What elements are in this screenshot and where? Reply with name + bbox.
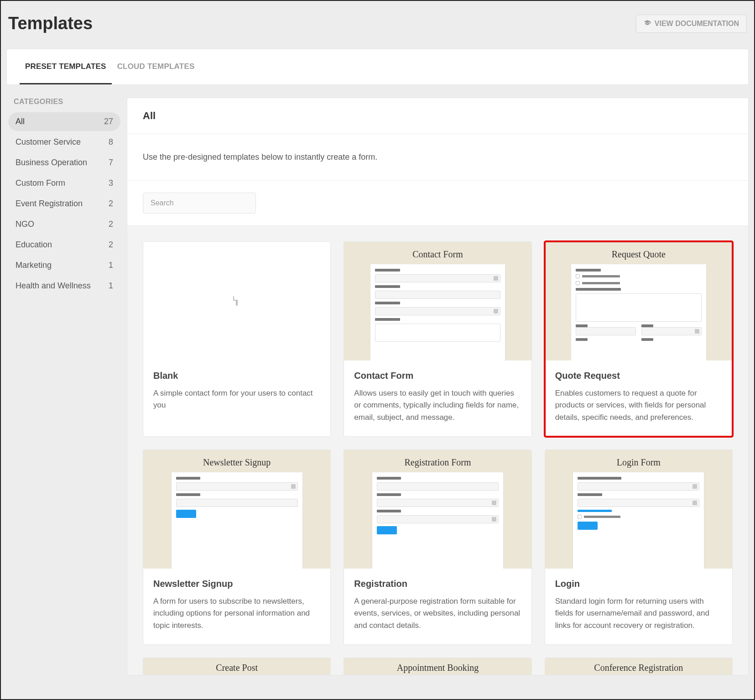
thumb-title: Request Quote [612, 249, 666, 260]
category-label: Marketing [16, 261, 52, 270]
template-thumb: Registration Form [344, 450, 531, 569]
page-header: Templates VIEW DOCUMENTATION [6, 7, 749, 49]
thumb-title: Contact Form [412, 249, 463, 260]
form-mock [573, 472, 704, 569]
category-label: Customer Service [16, 137, 81, 147]
template-thumb: Login Form [545, 450, 732, 569]
categories-heading: CATEGORIES [8, 98, 120, 106]
page-title: Templates [8, 14, 93, 33]
category-count: 7 [109, 158, 113, 167]
template-grid-area: Blank A simple contact form for your use… [127, 226, 748, 675]
card-title: Newsletter Signup [153, 579, 320, 589]
card-desc: A general-purpose registration form suit… [354, 596, 521, 632]
card-desc: Allows users to easily get in touch with… [354, 387, 521, 423]
card-title: Blank [153, 371, 320, 381]
card-body: Newsletter Signup A form for users to su… [143, 569, 330, 644]
card-title: Quote Request [555, 371, 722, 381]
tab-cloud-templates[interactable]: CLOUD TEMPLATES [112, 49, 200, 84]
card-body: Contact Form Allows users to easily get … [344, 360, 531, 436]
category-label: Education [16, 240, 52, 250]
template-card-login[interactable]: Login Form Login Standard login [545, 449, 733, 645]
thumb-title: Registration Form [404, 457, 471, 468]
category-count: 2 [109, 240, 113, 250]
tabs: PRESET TEMPLATES CLOUD TEMPLATES [7, 49, 748, 84]
form-mock [571, 264, 706, 360]
template-card-blank[interactable]: Blank A simple contact form for your use… [143, 241, 331, 437]
template-card-contact-form[interactable]: Contact Form Contact Form Allows users t… [344, 241, 531, 437]
document-icon [236, 297, 238, 305]
form-mock [372, 472, 503, 569]
template-thumb: Create Post [143, 658, 330, 675]
main-heading: All [127, 98, 748, 134]
category-label: All [16, 117, 25, 126]
tab-preset-templates[interactable]: PRESET TEMPLATES [20, 49, 112, 84]
thumb-title: Login Form [617, 457, 661, 468]
card-body: Login Standard login form for returning … [545, 569, 732, 644]
template-grid: Blank A simple contact form for your use… [143, 241, 733, 675]
card-body: Registration A general-purpose registrat… [344, 569, 531, 644]
category-marketing[interactable]: Marketing1 [8, 256, 120, 275]
category-count: 2 [109, 199, 113, 209]
category-label: Event Registration [16, 199, 83, 209]
tabs-card: PRESET TEMPLATES CLOUD TEMPLATES [6, 49, 749, 85]
card-desc: A simple contact form for your users to … [153, 387, 320, 412]
category-count: 1 [109, 281, 113, 291]
card-body: Quote Request Enables customers to reque… [545, 360, 732, 436]
card-title: Contact Form [354, 371, 521, 381]
category-count: 3 [109, 178, 113, 188]
main-panel: All Use the pre-designed templates below… [127, 98, 749, 675]
graduation-cap-icon [644, 19, 651, 28]
template-card-registration[interactable]: Registration Form Registration A general… [344, 449, 531, 645]
category-customer-service[interactable]: Customer Service8 [8, 133, 120, 151]
category-label: Custom Form [16, 178, 65, 188]
category-label: Business Operation [16, 158, 87, 167]
card-title: Login [555, 579, 722, 589]
view-documentation-label: VIEW DOCUMENTATION [655, 20, 739, 28]
card-desc: Standard login form for returning users … [555, 596, 722, 632]
category-count: 2 [109, 219, 113, 229]
category-business-operation[interactable]: Business Operation7 [8, 153, 120, 172]
main-subtext: Use the pre-designed templates below to … [127, 134, 748, 181]
category-event-registration[interactable]: Event Registration2 [8, 194, 120, 213]
search-input[interactable] [143, 193, 256, 214]
template-thumb: Appointment Booking [344, 658, 531, 675]
template-thumb [143, 242, 330, 360]
search-wrap [127, 181, 748, 226]
template-thumb: Newsletter Signup [143, 450, 330, 569]
form-mock [370, 264, 505, 360]
category-list: All27 Customer Service8 Business Operati… [8, 112, 120, 295]
card-body: Blank A simple contact form for your use… [143, 360, 330, 424]
category-education[interactable]: Education2 [8, 235, 120, 254]
category-label: NGO [16, 219, 34, 229]
template-thumb: Request Quote [545, 242, 732, 360]
category-custom-form[interactable]: Custom Form3 [8, 174, 120, 193]
category-count: 27 [104, 117, 113, 126]
category-ngo[interactable]: NGO2 [8, 215, 120, 234]
template-card-appointment-booking[interactable]: Appointment Booking [344, 658, 531, 675]
category-label: Health and Wellness [16, 281, 91, 291]
thumb-title: Conference Registration [594, 663, 683, 673]
category-health-and-wellness[interactable]: Health and Wellness1 [8, 277, 120, 295]
template-card-create-post[interactable]: Create Post [143, 658, 331, 675]
thumb-title: Appointment Booking [397, 663, 479, 673]
card-title: Registration [354, 579, 521, 589]
template-card-newsletter-signup[interactable]: Newsletter Signup Newsletter Signup A fo… [143, 449, 331, 645]
thumb-title: Newsletter Signup [203, 457, 271, 468]
card-desc: A form for users to subscribe to newslet… [153, 596, 320, 632]
template-card-quote-request[interactable]: Request Quote [545, 241, 733, 437]
category-count: 8 [109, 137, 113, 147]
category-all[interactable]: All27 [8, 112, 120, 131]
template-thumb: Conference Registration [545, 658, 732, 675]
template-thumb: Contact Form [344, 242, 531, 360]
card-desc: Enables customers to request a quote for… [555, 387, 722, 423]
form-mock [172, 472, 302, 569]
template-card-conference-registration[interactable]: Conference Registration [545, 658, 733, 675]
sidebar: CATEGORIES All27 Customer Service8 Busin… [6, 98, 120, 675]
category-count: 1 [109, 261, 113, 270]
view-documentation-button[interactable]: VIEW DOCUMENTATION [636, 15, 747, 33]
thumb-title: Create Post [216, 663, 258, 673]
